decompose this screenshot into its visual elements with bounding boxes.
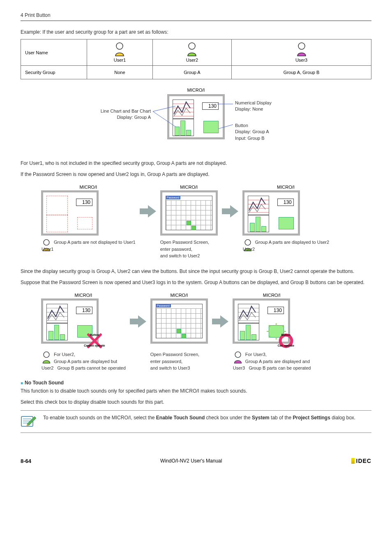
svg-point-25: [235, 352, 241, 358]
col-user3-can: MICRO/I 130 Button Can operate: [233, 293, 311, 372]
col-user2: MICRO/I 130 Group A parts are displayed …: [242, 185, 329, 252]
svg-line-23: [282, 325, 284, 327]
svg-line-22: [269, 336, 270, 338]
group1-cell: None: [87, 66, 153, 79]
col-password-2: MICRO/I 30 Password Open Password Screen…: [150, 293, 208, 372]
keypad-key: [187, 221, 191, 225]
caption-user3-can: For User3, Group A parts are displayed a…: [233, 351, 311, 372]
col-user2-cannot: MICRO/I 130 Button Cannot operate: [41, 293, 126, 372]
cap-l3: Group B parts can be operated: [249, 365, 311, 370]
hmi-screen-password: 30 Password: [160, 190, 218, 236]
no-touch-p1: This function is to disable touch sounds…: [21, 387, 371, 395]
caption-password-2: Open Password Screen, enter password, an…: [150, 351, 208, 372]
arrow-icon: [130, 315, 146, 329]
button-part: [279, 217, 294, 229]
cap-l2: Group A parts are displayed and: [245, 358, 311, 365]
arrow-icon: [212, 315, 228, 329]
row-label-group: Security Group: [21, 66, 87, 79]
dashed-outline: [77, 217, 92, 229]
micro-i-label: MICRO/I: [167, 88, 225, 92]
badge-line2: Can operate: [274, 344, 298, 347]
caption-user1: Group A parts are not displayed to User1…: [41, 239, 136, 252]
btn-annotation: Button Display: Group A Input: Group B: [235, 123, 269, 141]
cap-user: User3: [233, 365, 245, 370]
num-display: 130: [277, 199, 294, 206]
cap-text: Group A parts are not displayed to User1: [54, 239, 136, 246]
svg-marker-15: [212, 315, 228, 328]
keypad-grid: [166, 200, 212, 230]
cap-l2: Group A parts are displayed but: [54, 358, 126, 365]
micro-i-label: MICRO/I: [233, 293, 311, 298]
num-display: 130: [76, 199, 92, 206]
num-annotation: Numerical Display Display: None: [235, 100, 272, 113]
note-text: To enable touch sounds on the MICRO/I, s…: [43, 414, 355, 422]
svg-point-0: [116, 43, 123, 49]
manual-title: WindO/I-NV2 User's Manual: [160, 458, 222, 464]
diagram-row-1: MICRO/I 130 Group A parts are not displa…: [41, 185, 371, 259]
cap-l1: For User3,: [245, 351, 311, 358]
hmi-screen-main: 130: [167, 94, 225, 139]
arrow-icon: [222, 205, 238, 219]
main-diagram: MICRO/I 130 Line Chart and Bar Chart Dis…: [48, 88, 344, 153]
keypad-grid: [156, 308, 202, 338]
dashed-outline: [46, 196, 68, 215]
arrow-icon: [140, 205, 156, 219]
svg-point-13: [44, 352, 49, 358]
bullet-square-icon: ■: [21, 381, 23, 385]
password-grid: Password: [156, 304, 203, 338]
hmi-screen-user1: 130: [41, 190, 99, 236]
user-icon: [295, 42, 308, 57]
cell-user2: User2: [152, 39, 231, 66]
col-user1: MICRO/I 130 Group A parts are not displa…: [41, 185, 136, 252]
bar-chart-part: [238, 323, 259, 340]
user-security-table: User Name User1 User2 User3 Security Gro…: [21, 39, 371, 79]
svg-point-10: [245, 240, 251, 245]
diagram-row-2: MICRO/I 130 Button Cannot operate: [41, 293, 371, 372]
user1-label: User1: [114, 58, 126, 62]
micro-i-label: MICRO/I: [160, 185, 218, 190]
n2c: dialog box.: [330, 415, 355, 421]
micro-i-label: MICRO/I: [242, 185, 329, 190]
num-display: 130: [76, 307, 92, 314]
dashed-outline: [46, 215, 68, 232]
example-intro: Example: If the user and security group …: [21, 29, 371, 35]
idec-logo: IDEC: [351, 458, 371, 464]
numerical-display-part: 130: [202, 102, 219, 110]
group3-cell: Group A, Group B: [232, 66, 371, 79]
micro-i-label: MICRO/I: [150, 293, 208, 298]
section-title: 4 Print Button: [21, 12, 51, 18]
n2b: Project Settings: [293, 415, 330, 421]
group2-cell: Group A: [152, 66, 231, 79]
hmi-screen-password: 30 Password: [150, 298, 208, 344]
n2a: tab of the: [270, 415, 293, 421]
num-display: 130: [267, 307, 284, 314]
no-touch-heading: ■No Touch Sound: [21, 380, 371, 386]
user-icon: [186, 42, 198, 57]
brand-text: IDEC: [356, 458, 371, 464]
line-chart-part: [46, 304, 68, 323]
user-icon: [233, 351, 243, 364]
badge-line2: Cannot operate: [82, 344, 107, 347]
n1a: To enable touch sounds on the MICRO/I, s…: [43, 415, 156, 421]
n1c: check box under the: [205, 415, 252, 421]
svg-line-20: [269, 325, 270, 327]
badge-line1: Button: [82, 333, 107, 336]
paragraph-2: If the Password Screen is now opened and…: [21, 171, 371, 178]
keypad-key: [191, 226, 196, 230]
cap-l3: Group B parts cannot be operated: [58, 365, 126, 370]
password-label: Password: [166, 196, 181, 199]
cannot-operate-badge: Button Cannot operate: [82, 333, 107, 349]
col-password: MICRO/I 30 Password Open Password Screen…: [160, 185, 218, 259]
svg-marker-9: [222, 205, 238, 217]
logo-bar-icon: [351, 458, 355, 464]
user2-label: User2: [186, 58, 198, 62]
cell-user3: User3: [232, 39, 371, 66]
svg-point-2: [298, 43, 305, 49]
user-icon: [113, 42, 126, 57]
micro-i-label: MICRO/I: [41, 185, 136, 190]
hmi-screen-user2: 130: [242, 190, 300, 236]
svg-point-1: [189, 43, 195, 49]
micro-i-label: MICRO/I: [41, 293, 126, 298]
n1b: Enable Touch Sound: [156, 415, 205, 421]
heading-text: No Touch Sound: [25, 380, 64, 386]
